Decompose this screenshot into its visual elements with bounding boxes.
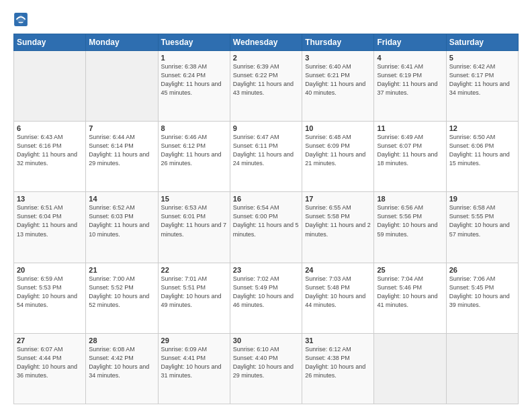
day-info: Sunrise: 6:50 AM Sunset: 6:06 PM Dayligh… <box>449 133 515 168</box>
calendar-table: SundayMondayTuesdayWednesdayThursdayFrid… <box>13 34 519 404</box>
day-number: 9 <box>233 124 299 132</box>
day-number: 19 <box>449 195 515 203</box>
day-number: 2 <box>233 54 299 62</box>
day-cell: 12Sunrise: 6:50 AM Sunset: 6:06 PM Dayli… <box>446 122 518 192</box>
day-cell <box>86 51 158 122</box>
day-number: 26 <box>449 266 515 274</box>
day-cell: 15Sunrise: 6:53 AM Sunset: 6:01 PM Dayli… <box>158 192 230 263</box>
day-cell: 26Sunrise: 7:06 AM Sunset: 5:45 PM Dayli… <box>446 263 518 333</box>
day-info: Sunrise: 6:48 AM Sunset: 6:09 PM Dayligh… <box>305 133 371 168</box>
day-cell: 5Sunrise: 6:42 AM Sunset: 6:17 PM Daylig… <box>446 51 518 122</box>
weekday-thursday: Thursday <box>302 34 374 51</box>
day-number: 15 <box>161 195 227 203</box>
day-cell: 8Sunrise: 6:46 AM Sunset: 6:12 PM Daylig… <box>158 122 230 192</box>
day-info: Sunrise: 6:52 AM Sunset: 6:03 PM Dayligh… <box>89 203 154 238</box>
day-info: Sunrise: 6:07 AM Sunset: 4:44 PM Dayligh… <box>17 345 83 380</box>
day-number: 23 <box>233 266 299 274</box>
page: SundayMondayTuesdayWednesdayThursdayFrid… <box>0 0 532 411</box>
day-cell: 16Sunrise: 6:54 AM Sunset: 6:00 PM Dayli… <box>230 192 302 263</box>
day-cell: 3Sunrise: 6:40 AM Sunset: 6:21 PM Daylig… <box>302 51 374 122</box>
day-cell: 24Sunrise: 7:03 AM Sunset: 5:48 PM Dayli… <box>302 263 374 333</box>
week-row-3: 13Sunrise: 6:51 AM Sunset: 6:04 PM Dayli… <box>14 192 519 263</box>
day-info: Sunrise: 6:47 AM Sunset: 6:11 PM Dayligh… <box>233 133 299 168</box>
week-row-1: 1Sunrise: 6:38 AM Sunset: 6:24 PM Daylig… <box>14 51 519 122</box>
day-cell: 22Sunrise: 7:01 AM Sunset: 5:51 PM Dayli… <box>158 263 230 333</box>
weekday-saturday: Saturday <box>446 34 518 51</box>
day-number: 12 <box>449 124 515 132</box>
day-cell: 2Sunrise: 6:39 AM Sunset: 6:22 PM Daylig… <box>230 51 302 122</box>
day-number: 17 <box>305 195 371 203</box>
day-info: Sunrise: 6:12 AM Sunset: 4:38 PM Dayligh… <box>305 345 371 380</box>
day-number: 10 <box>305 124 371 132</box>
day-info: Sunrise: 6:08 AM Sunset: 4:42 PM Dayligh… <box>89 345 154 380</box>
day-info: Sunrise: 6:53 AM Sunset: 6:01 PM Dayligh… <box>161 203 227 238</box>
day-info: Sunrise: 7:00 AM Sunset: 5:52 PM Dayligh… <box>89 275 154 310</box>
day-number: 20 <box>17 266 83 274</box>
day-cell: 31Sunrise: 6:12 AM Sunset: 4:38 PM Dayli… <box>302 333 374 404</box>
weekday-wednesday: Wednesday <box>230 34 302 51</box>
day-cell: 4Sunrise: 6:41 AM Sunset: 6:19 PM Daylig… <box>374 51 446 122</box>
day-cell: 11Sunrise: 6:49 AM Sunset: 6:07 PM Dayli… <box>374 122 446 192</box>
day-info: Sunrise: 6:46 AM Sunset: 6:12 PM Dayligh… <box>161 133 227 168</box>
day-cell: 29Sunrise: 6:09 AM Sunset: 4:41 PM Dayli… <box>158 333 230 404</box>
day-cell <box>374 333 446 404</box>
day-info: Sunrise: 6:59 AM Sunset: 5:53 PM Dayligh… <box>17 275 83 310</box>
day-cell: 25Sunrise: 7:04 AM Sunset: 5:46 PM Dayli… <box>374 263 446 333</box>
day-number: 3 <box>305 54 371 62</box>
day-info: Sunrise: 6:54 AM Sunset: 6:00 PM Dayligh… <box>233 203 299 238</box>
day-cell <box>446 333 518 404</box>
day-cell: 13Sunrise: 6:51 AM Sunset: 6:04 PM Dayli… <box>14 192 86 263</box>
day-info: Sunrise: 6:39 AM Sunset: 6:22 PM Dayligh… <box>233 62 299 97</box>
day-number: 6 <box>17 124 83 132</box>
header <box>13 12 519 27</box>
day-cell <box>14 51 86 122</box>
day-info: Sunrise: 6:42 AM Sunset: 6:17 PM Dayligh… <box>449 62 515 97</box>
weekday-sunday: Sunday <box>14 34 86 51</box>
day-number: 11 <box>377 124 443 132</box>
day-info: Sunrise: 7:01 AM Sunset: 5:51 PM Dayligh… <box>161 275 227 310</box>
day-number: 28 <box>89 336 154 345</box>
day-info: Sunrise: 6:55 AM Sunset: 5:58 PM Dayligh… <box>305 203 371 238</box>
weekday-friday: Friday <box>374 34 446 51</box>
day-number: 30 <box>233 336 299 345</box>
day-info: Sunrise: 6:56 AM Sunset: 5:56 PM Dayligh… <box>377 203 443 238</box>
day-number: 5 <box>449 54 515 62</box>
day-info: Sunrise: 6:41 AM Sunset: 6:19 PM Dayligh… <box>377 62 443 97</box>
day-number: 22 <box>161 266 227 274</box>
day-cell: 1Sunrise: 6:38 AM Sunset: 6:24 PM Daylig… <box>158 51 230 122</box>
day-cell: 18Sunrise: 6:56 AM Sunset: 5:56 PM Dayli… <box>374 192 446 263</box>
day-number: 21 <box>89 266 154 274</box>
day-number: 18 <box>377 195 443 203</box>
day-cell: 17Sunrise: 6:55 AM Sunset: 5:58 PM Dayli… <box>302 192 374 263</box>
day-info: Sunrise: 6:49 AM Sunset: 6:07 PM Dayligh… <box>377 133 443 168</box>
day-number: 27 <box>17 336 83 345</box>
day-cell: 7Sunrise: 6:44 AM Sunset: 6:14 PM Daylig… <box>86 122 158 192</box>
day-number: 31 <box>305 336 371 345</box>
day-cell: 20Sunrise: 6:59 AM Sunset: 5:53 PM Dayli… <box>14 263 86 333</box>
day-cell: 23Sunrise: 7:02 AM Sunset: 5:49 PM Dayli… <box>230 263 302 333</box>
day-number: 4 <box>377 54 443 62</box>
day-number: 16 <box>233 195 299 203</box>
day-cell: 21Sunrise: 7:00 AM Sunset: 5:52 PM Dayli… <box>86 263 158 333</box>
day-cell: 9Sunrise: 6:47 AM Sunset: 6:11 PM Daylig… <box>230 122 302 192</box>
day-cell: 30Sunrise: 6:10 AM Sunset: 4:40 PM Dayli… <box>230 333 302 404</box>
day-info: Sunrise: 7:02 AM Sunset: 5:49 PM Dayligh… <box>233 275 299 310</box>
day-number: 14 <box>89 195 154 203</box>
day-number: 24 <box>305 266 371 274</box>
day-number: 8 <box>161 124 227 132</box>
generalblue-icon <box>13 12 28 27</box>
day-cell: 28Sunrise: 6:08 AM Sunset: 4:42 PM Dayli… <box>86 333 158 404</box>
weekday-monday: Monday <box>86 34 158 51</box>
day-info: Sunrise: 6:51 AM Sunset: 6:04 PM Dayligh… <box>17 203 83 238</box>
day-number: 7 <box>89 124 154 132</box>
day-info: Sunrise: 7:06 AM Sunset: 5:45 PM Dayligh… <box>449 275 515 310</box>
day-cell: 19Sunrise: 6:58 AM Sunset: 5:55 PM Dayli… <box>446 192 518 263</box>
day-info: Sunrise: 6:38 AM Sunset: 6:24 PM Dayligh… <box>161 62 227 97</box>
day-info: Sunrise: 6:10 AM Sunset: 4:40 PM Dayligh… <box>233 345 299 380</box>
day-number: 1 <box>161 54 227 62</box>
week-row-4: 20Sunrise: 6:59 AM Sunset: 5:53 PM Dayli… <box>14 263 519 333</box>
day-info: Sunrise: 6:43 AM Sunset: 6:16 PM Dayligh… <box>17 133 83 168</box>
day-info: Sunrise: 6:09 AM Sunset: 4:41 PM Dayligh… <box>161 345 227 380</box>
day-cell: 14Sunrise: 6:52 AM Sunset: 6:03 PM Dayli… <box>86 192 158 263</box>
day-number: 25 <box>377 266 443 274</box>
